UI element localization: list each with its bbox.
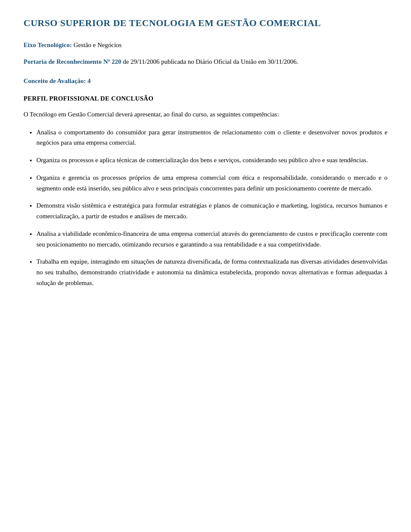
portaria-label: Portaria de Reconhecimento Nº 220 [24, 58, 121, 65]
eixo-value: Gestão e Negócios [74, 42, 122, 48]
eixo-label: Eixo Tecnológico: [24, 42, 72, 48]
page-title: CURSO SUPERIOR DE TECNOLOGIA EM GESTÃO C… [24, 17, 387, 30]
conceito-line: Conceito de Avaliação: 4 [24, 77, 387, 85]
list-item: Organiza e gerencia os processos próprio… [36, 172, 387, 194]
section-title: PERFIL PROFISSIONAL DE CONCLUSÃO [24, 95, 387, 102]
list-item: Analisa o comportamento do consumidor pa… [36, 127, 387, 149]
conceito-label: Conceito de Avaliação: 4 [24, 77, 91, 84]
list-item: Trabalha em equipe, interagindo em situa… [36, 256, 387, 288]
list-item: Analisa a viabilidade econômico-financei… [36, 229, 387, 250]
list-item: Organiza os processos e aplica técnicas … [36, 155, 387, 166]
portaria-line: Portaria de Reconhecimento Nº 220 de 29/… [24, 58, 387, 65]
competencies-list: Analisa o comportamento do consumidor pa… [24, 127, 387, 288]
eixo-line: Eixo Tecnológico: Gestão e Negócios [24, 42, 387, 49]
intro-paragraph: O Tecnólogo em Gestão Comercial deverá a… [24, 109, 387, 119]
list-item: Demonstra visão sistêmica e estratégica … [36, 200, 387, 222]
portaria-value-text: de 29/11/2006 publicada no Diário Oficia… [123, 58, 298, 65]
